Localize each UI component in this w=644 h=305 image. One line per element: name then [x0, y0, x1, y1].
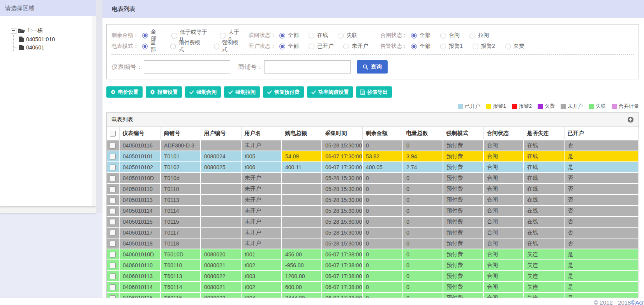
power-threshold-button[interactable]: 功率阈值设置 [307, 86, 353, 98]
query-button[interactable]: 查询 [357, 60, 388, 74]
radio-icon[interactable] [170, 44, 176, 49]
row-checkbox[interactable] [110, 208, 116, 214]
table-cell: 预付费 [443, 282, 483, 293]
panel-splitter[interactable] [96, 0, 102, 213]
row-checkbox[interactable] [110, 263, 116, 268]
tree-node-meter[interactable]: 040501:010 [14, 35, 96, 43]
meter-export-button[interactable]: 抄表导出 [356, 86, 392, 98]
radio-option[interactable]: 在线 [309, 32, 328, 39]
force-pull-switch-button[interactable]: 强制拉闸 [224, 86, 260, 98]
radio-icon[interactable] [214, 44, 219, 49]
radio-option[interactable]: 合闸 [440, 32, 460, 39]
radio-option[interactable]: 全部 [279, 32, 299, 39]
alarm-settings-button[interactable]: 报警设置 [146, 86, 182, 98]
table-row[interactable]: 0406010113T601130080022t0031200.0006-07 … [107, 271, 639, 282]
row-checkbox[interactable] [110, 241, 116, 247]
row-checkbox[interactable] [110, 186, 116, 192]
row-checkbox[interactable] [110, 230, 116, 236]
table-row[interactable]: 0405010113T0113未开户05-28 15:30:0000预付费合闸在… [107, 195, 639, 205]
radio-option[interactable]: 全部 [142, 39, 161, 53]
row-checkbox[interactable] [110, 175, 116, 181]
tree-node-label[interactable]: 040501:010 [26, 36, 55, 42]
radio-icon[interactable] [440, 33, 446, 39]
tree-node-meter[interactable]: 040601 [14, 43, 96, 51]
table-row[interactable]: 0405010116ADF300-D 3未开户05-28 15:30:0000预… [107, 140, 639, 151]
table-cell: 06-07 17:38:00 [322, 293, 362, 298]
radio-icon[interactable] [220, 33, 226, 39]
radio-icon[interactable] [279, 44, 285, 49]
radio-option[interactable]: 欠费 [505, 43, 524, 50]
radio-option[interactable]: 失联 [338, 32, 357, 39]
copyright-link[interactable]: ©Acr [631, 298, 644, 305]
radio-option[interactable]: 全部 [279, 43, 299, 50]
table-cell: 合闸 [483, 227, 524, 238]
radio-option[interactable]: 拉闸 [469, 32, 489, 39]
radio-option[interactable]: 强制模式 [214, 39, 242, 53]
radio-option[interactable]: 报警2 [473, 43, 495, 50]
table-row[interactable]: 0406010114T601140080021t002600.0006-07 1… [107, 282, 639, 293]
price-settings-button[interactable]: 电价设置 [106, 86, 143, 98]
tree-node-label[interactable]: 1:一栋 [27, 27, 43, 34]
tree-node-label[interactable]: 040601 [26, 44, 44, 51]
radio-option[interactable]: 全部 [411, 43, 431, 50]
radio-icon[interactable] [309, 33, 314, 39]
select-all-checkbox[interactable] [110, 131, 116, 137]
table-row[interactable]: 040601010DT6010D0080020t001456.0006-07 1… [107, 249, 639, 260]
radio-option[interactable]: 预付费模式 [170, 39, 204, 53]
table-cell: 0 [362, 184, 403, 195]
row-checkbox[interactable] [110, 219, 116, 225]
row-checkbox[interactable] [110, 143, 116, 149]
radio-option[interactable]: 报警1 [440, 43, 463, 50]
collapse-expander-icon[interactable] [11, 28, 16, 33]
row-checkbox[interactable] [110, 165, 116, 170]
radio-icon[interactable] [343, 44, 349, 49]
table-row[interactable]: 0406010115T601150080023t0042444.0006-07 … [107, 293, 639, 298]
table-row[interactable]: 0406010110T601100080021t002-956.0006-07 … [107, 260, 639, 271]
radio-icon[interactable] [279, 33, 285, 39]
table-row[interactable]: 0405010110T0110未开户05-28 15:30:0000预付费合闸在… [107, 184, 639, 195]
table-cell: 是 [564, 162, 639, 173]
radio-icon[interactable] [473, 44, 478, 49]
table-row[interactable]: 0405010101T01010080024t00554.0906-07 17:… [107, 151, 639, 162]
area-tree: 1:一栋040501:010040601 [0, 16, 96, 51]
radio-icon[interactable] [469, 33, 475, 39]
radio-option[interactable]: 未开户 [343, 43, 368, 50]
meter-no-input[interactable] [144, 60, 230, 74]
row-checkbox[interactable] [110, 273, 116, 279]
sidebar-vertical-scrollbar[interactable] [92, 16, 96, 206]
radio-icon[interactable] [142, 44, 148, 49]
table-cell: 未开户 [241, 184, 282, 195]
tree-node-building[interactable]: 1:一栋 [11, 26, 96, 35]
radio-icon[interactable] [309, 44, 314, 49]
radio-icon[interactable] [171, 33, 177, 39]
collapse-panel-icon[interactable] [627, 116, 634, 123]
table-cell: 失连 [524, 293, 564, 298]
restore-prepaid-button[interactable]: 恢复预付费 [263, 86, 304, 98]
row-checkbox[interactable] [110, 284, 116, 290]
radio-icon[interactable] [338, 33, 344, 39]
row-checkbox[interactable] [110, 252, 116, 258]
table-cell: 2.74 [403, 162, 443, 173]
radio-icon[interactable] [411, 44, 417, 49]
radio-icon[interactable] [440, 44, 446, 49]
table-cell: 失连 [524, 260, 564, 271]
table-cell: 在线 [524, 227, 564, 238]
shop-no-input[interactable] [264, 60, 351, 74]
force-close-switch-button[interactable]: 强制合闸 [185, 86, 221, 98]
row-checkbox[interactable] [110, 197, 116, 203]
radio-icon[interactable] [142, 33, 148, 39]
radio-icon[interactable] [411, 33, 417, 39]
radio-option[interactable]: 全部 [411, 32, 431, 39]
table-row[interactable]: 0405010102T01020080025t006400.1106-07 17… [107, 162, 639, 173]
table-row[interactable]: 0405010118T0118未开户05-28 15:30:0000预付费合闸在… [107, 238, 639, 249]
table-cell: 合闸 [483, 216, 524, 227]
table-row[interactable]: 0405010114T0114未开户05-28 15:30:0000预付费合闸在… [107, 205, 639, 216]
table-row[interactable]: 0405010117T0117未开户05-28 15:30:0000预付费合闸在… [107, 227, 639, 238]
table-row[interactable]: 0405010115T0115未开户05-28 15:30:0000预付费合闸在… [107, 216, 639, 227]
radio-option[interactable]: 已开户 [309, 43, 333, 50]
sidebar-horizontal-scrollbar[interactable] [0, 206, 96, 213]
row-checkbox[interactable] [110, 154, 116, 160]
radio-icon[interactable] [505, 44, 511, 49]
row-checkbox-cell [107, 140, 119, 151]
table-row[interactable]: 040501010DT010d未开户05-28 15:30:0000预付费合闸在… [107, 173, 639, 184]
